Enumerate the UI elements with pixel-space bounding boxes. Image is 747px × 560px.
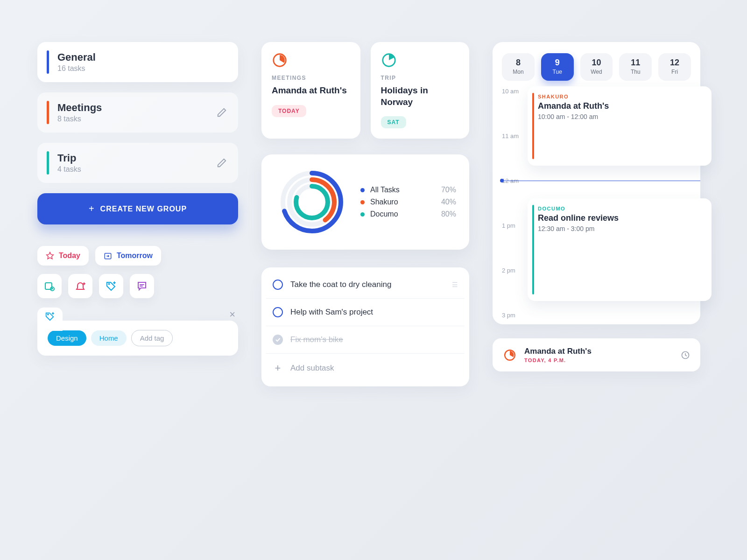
action-note-button[interactable]	[130, 274, 154, 298]
legend-label: Documo	[370, 210, 436, 218]
tile-title: Amanda at Ruth's	[272, 85, 350, 97]
day-name: Wed	[580, 69, 613, 75]
action-reminder-button[interactable]	[68, 274, 92, 298]
group-subtitle: 16 tasks	[57, 64, 96, 73]
day-pill-active[interactable]: 9 Tue	[541, 53, 574, 81]
close-icon[interactable]: ×	[229, 308, 235, 321]
notification-card[interactable]: Amanda at Ruth's TODAY, 4 P.M.	[493, 338, 700, 371]
add-tag-button[interactable]: Add tag	[131, 330, 173, 346]
action-schedule-button[interactable]	[37, 274, 62, 298]
add-subtask-label: Add subtask	[290, 364, 334, 373]
event-color-bar	[532, 205, 534, 294]
subtask-row[interactable]: Help with Sam's project	[266, 299, 465, 326]
day-name: Thu	[619, 69, 652, 75]
day-number: 11	[619, 58, 652, 68]
radial-chart	[275, 165, 349, 239]
day-pill[interactable]: 12 Fri	[658, 53, 691, 81]
calendar-arrow-icon	[104, 252, 112, 260]
plus-icon: +	[89, 203, 95, 214]
event-title: Amanda at Ruth's	[538, 101, 702, 111]
filter-today-label: Today	[59, 252, 80, 260]
drag-handle-icon[interactable]: ☰	[452, 281, 458, 288]
hour-label: 11 am	[502, 133, 519, 140]
create-group-label: CREATE NEW GROUP	[100, 205, 187, 213]
event-time: 12:30 am - 3:00 pm	[538, 225, 702, 232]
pencil-icon[interactable]	[217, 158, 227, 168]
checkbox-empty-icon[interactable]	[273, 280, 283, 290]
plus-icon: +	[273, 362, 283, 374]
group-color-bar	[47, 101, 49, 124]
tag-pill-design[interactable]: Design	[48, 330, 86, 346]
calendar-event[interactable]: DOCUMO Read online reviews 12:30 am - 3:…	[528, 198, 712, 301]
calendar-clock-icon	[44, 280, 55, 292]
action-tag-button[interactable]	[99, 274, 123, 298]
subtask-list: Take the coat to dry cleaning ☰ Help wit…	[261, 267, 469, 386]
group-title: Meetings	[57, 102, 102, 114]
timeline: 10 am 11 am 12 am 1 pm 2 pm 3 pm SHAKURO…	[502, 91, 691, 315]
tile-badge: SAT	[381, 116, 406, 128]
event-time: 10:00 am - 12:00 am	[538, 113, 702, 120]
filter-tomorrow-chip[interactable]: Tomorrow	[95, 246, 161, 266]
create-group-button[interactable]: + CREATE NEW GROUP	[37, 193, 238, 224]
legend-row: Shakuro 40%	[360, 198, 456, 206]
day-pill[interactable]: 8 Mon	[502, 53, 535, 81]
pencil-icon[interactable]	[217, 107, 227, 118]
day-number: 8	[502, 58, 535, 68]
progress-ring-icon	[381, 52, 397, 68]
hour-label: 1 pm	[502, 222, 515, 229]
legend-row: All Tasks 70%	[360, 186, 456, 194]
event-color-bar	[532, 93, 534, 159]
add-subtask-row[interactable]: + Add subtask	[266, 354, 465, 383]
subtask-text: Fix mom's bike	[290, 335, 343, 344]
group-card-trip[interactable]: Trip 4 tasks	[37, 143, 238, 183]
day-name: Tue	[541, 69, 574, 75]
svg-point-5	[48, 314, 49, 315]
group-title: Trip	[57, 152, 81, 164]
tag-plus-icon	[106, 280, 117, 292]
event-title: Read online reviews	[538, 213, 702, 223]
filter-tomorrow-label: Tomorrow	[117, 252, 153, 260]
tag-plus-icon	[45, 311, 55, 322]
legend-dot	[360, 212, 365, 217]
progress-chart-card: All Tasks 70% Shakuro 40% Documo 80%	[261, 154, 469, 250]
group-title: General	[57, 51, 96, 63]
current-time-dot	[500, 179, 504, 182]
checkbox-empty-icon[interactable]	[273, 307, 283, 317]
filter-today-chip[interactable]: Today	[37, 246, 89, 266]
event-tag: SHAKURO	[538, 94, 702, 99]
tag-editor-tab	[37, 308, 63, 331]
task-tile-meetings[interactable]: MEETINGS Amanda at Ruth's TODAY	[261, 42, 360, 139]
legend-dot	[360, 200, 365, 204]
legend-value: 80%	[441, 210, 456, 218]
legend-value: 40%	[441, 198, 456, 206]
group-subtitle: 4 tasks	[57, 165, 81, 174]
legend-dot	[360, 188, 365, 192]
subtask-row[interactable]: Take the coat to dry cleaning ☰	[266, 271, 465, 299]
hour-label: 10 am	[502, 88, 519, 95]
group-card-general[interactable]: General 16 tasks	[37, 42, 238, 82]
subtask-text: Help with Sam's project	[290, 308, 373, 317]
calendar-event[interactable]: SHAKURO Amanda at Ruth's 10:00 am - 12:0…	[528, 86, 712, 166]
legend-label: Shakuro	[370, 198, 436, 206]
progress-ring-icon	[272, 52, 288, 68]
bell-plus-icon	[75, 280, 86, 292]
hour-label: 3 pm	[502, 312, 515, 319]
tag-pill-home[interactable]: Home	[91, 330, 127, 346]
event-tag: DOCUMO	[538, 206, 702, 211]
checkbox-done-icon[interactable]	[273, 335, 283, 345]
svg-point-4	[109, 284, 110, 285]
tile-badge: TODAY	[272, 105, 306, 117]
day-pill[interactable]: 10 Wed	[580, 53, 613, 81]
clock-icon	[681, 350, 690, 360]
chart-legend: All Tasks 70% Shakuro 40% Documo 80%	[360, 182, 456, 222]
legend-row: Documo 80%	[360, 210, 456, 218]
group-card-meetings[interactable]: Meetings 8 tasks	[37, 92, 238, 133]
calendar-card: 8 Mon 9 Tue 10 Wed 11 Thu 12 Fri 10 am 1…	[493, 42, 700, 324]
day-picker: 8 Mon 9 Tue 10 Wed 11 Thu 12 Fri	[502, 53, 691, 81]
day-name: Mon	[502, 69, 535, 75]
progress-ring-icon	[503, 348, 517, 362]
day-number: 10	[580, 58, 613, 68]
task-tile-trip[interactable]: TRIP Holidays in Norway SAT	[371, 42, 470, 139]
day-pill[interactable]: 11 Thu	[619, 53, 652, 81]
subtask-row[interactable]: Fix mom's bike	[266, 326, 465, 354]
